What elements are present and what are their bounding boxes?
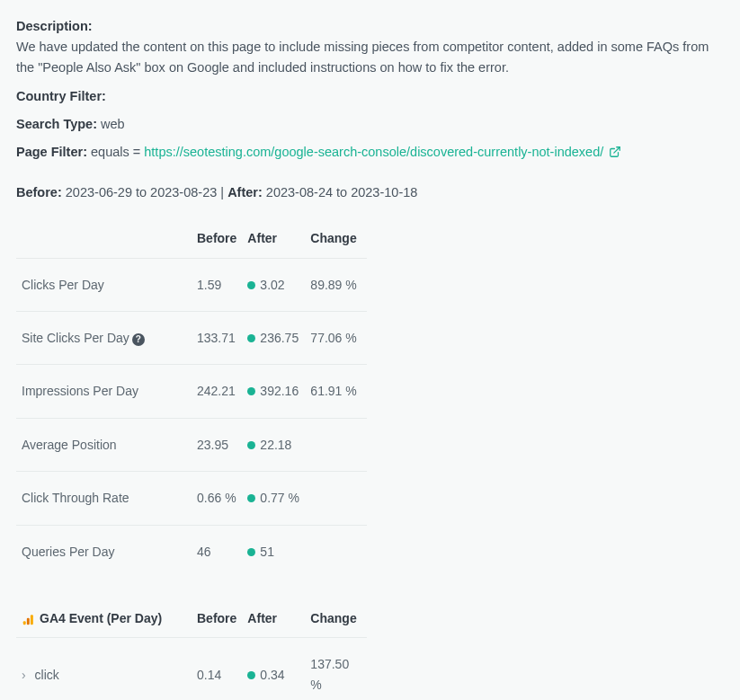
date-separator: |: [220, 185, 224, 199]
event-after: 0.34: [242, 638, 305, 700]
positive-indicator-icon: [247, 334, 255, 342]
col-metric: [16, 219, 192, 258]
metric-name: Average Position: [16, 418, 192, 471]
description-block: Description: We have updated the content…: [16, 16, 724, 79]
search-type-value: web: [101, 117, 125, 131]
metrics-header-row: Before After Change: [16, 219, 367, 258]
metric-name: Click Through Rate: [16, 472, 192, 525]
event-name: › click: [16, 638, 192, 700]
description-label: Description:: [16, 19, 93, 33]
table-row: Queries Per Day4651: [16, 525, 367, 578]
external-link-icon: [609, 144, 621, 164]
help-icon[interactable]: ?: [132, 333, 145, 346]
metric-change: 61.91 %: [305, 365, 367, 418]
after-label: After:: [227, 185, 263, 199]
metric-before: 23.95: [192, 418, 242, 471]
metric-after: 0.77 %: [242, 472, 305, 525]
metric-before: 1.59: [192, 258, 242, 311]
search-type-block: Search Type: web: [16, 114, 724, 135]
svg-rect-2: [27, 618, 30, 625]
positive-indicator-icon: [247, 548, 255, 556]
metric-after: 3.02: [242, 258, 305, 311]
metric-change: [305, 525, 367, 578]
description-text: We have updated the content on this page…: [16, 40, 709, 75]
ga4-header-cell: GA4 Event (Per Day): [16, 599, 192, 638]
after-range: 2023-08-24 to 2023-10-18: [266, 185, 418, 199]
ga4-col-before: Before: [192, 599, 242, 638]
ga4-icon: [22, 612, 34, 625]
event-before: 0.14: [192, 638, 242, 700]
metrics-table: Before After Change Clicks Per Day1.593.…: [16, 219, 367, 578]
page-filter-url: https://seotesting.com/google-search-con…: [144, 145, 603, 159]
metric-name: Clicks Per Day: [16, 258, 192, 311]
col-before: Before: [192, 219, 242, 258]
metric-after: 22.18: [242, 418, 305, 471]
page-filter-link[interactable]: https://seotesting.com/google-search-con…: [144, 145, 621, 159]
metric-after: 51: [242, 525, 305, 578]
ga4-col-after: After: [242, 599, 305, 638]
positive-indicator-icon: [247, 387, 255, 395]
metric-before: 133.71: [192, 312, 242, 365]
metric-change: 89.89 %: [305, 258, 367, 311]
country-filter-block: Country Filter:: [16, 86, 724, 107]
metric-after: 236.75: [242, 312, 305, 365]
before-range: 2023-06-29 to 2023-08-23: [66, 185, 218, 199]
col-after: After: [242, 219, 305, 258]
table-row: Site Clicks Per Day?133.71236.7577.06 %: [16, 312, 367, 365]
metric-change: [305, 472, 367, 525]
metric-before: 0.66 %: [192, 472, 242, 525]
positive-indicator-icon: [247, 281, 255, 289]
metric-before: 46: [192, 525, 242, 578]
table-row: Click Through Rate0.66 %0.77 %: [16, 472, 367, 525]
table-row: › click0.140.34137.50 %: [16, 638, 367, 700]
ga4-table: GA4 Event (Per Day) Before After Change …: [16, 599, 367, 700]
metric-name: Impressions Per Day: [16, 365, 192, 418]
positive-indicator-icon: [247, 494, 255, 502]
metric-after: 392.16: [242, 365, 305, 418]
positive-indicator-icon: [247, 671, 255, 679]
page-filter-prefix: equals =: [91, 145, 140, 159]
metric-name: Site Clicks Per Day?: [16, 312, 192, 365]
page-filter-label: Page Filter:: [16, 145, 87, 159]
page-filter-block: Page Filter: equals = https://seotesting…: [16, 142, 724, 164]
metric-change: 77.06 %: [305, 312, 367, 365]
ga4-header-label: GA4 Event (Per Day): [40, 608, 162, 628]
table-row: Impressions Per Day242.21392.1661.91 %: [16, 365, 367, 418]
before-label: Before:: [16, 185, 62, 199]
metric-name: Queries Per Day: [16, 525, 192, 578]
event-change: 137.50 %: [305, 638, 367, 700]
date-range-block: Before: 2023-06-29 to 2023-08-23 | After…: [16, 182, 724, 203]
ga4-header-row: GA4 Event (Per Day) Before After Change: [16, 599, 367, 638]
col-change: Change: [305, 219, 367, 258]
svg-line-0: [614, 147, 620, 153]
search-type-label: Search Type:: [16, 117, 97, 131]
ga4-col-change: Change: [305, 599, 367, 638]
country-filter-label: Country Filter:: [16, 89, 106, 103]
svg-rect-1: [23, 621, 26, 625]
chevron-right-icon: ›: [22, 668, 26, 682]
positive-indicator-icon: [247, 441, 255, 449]
table-row: Average Position23.9522.18: [16, 418, 367, 471]
metric-before: 242.21: [192, 365, 242, 418]
table-row: Clicks Per Day1.593.0289.89 %: [16, 258, 367, 311]
svg-rect-3: [31, 615, 33, 625]
metric-change: [305, 418, 367, 471]
